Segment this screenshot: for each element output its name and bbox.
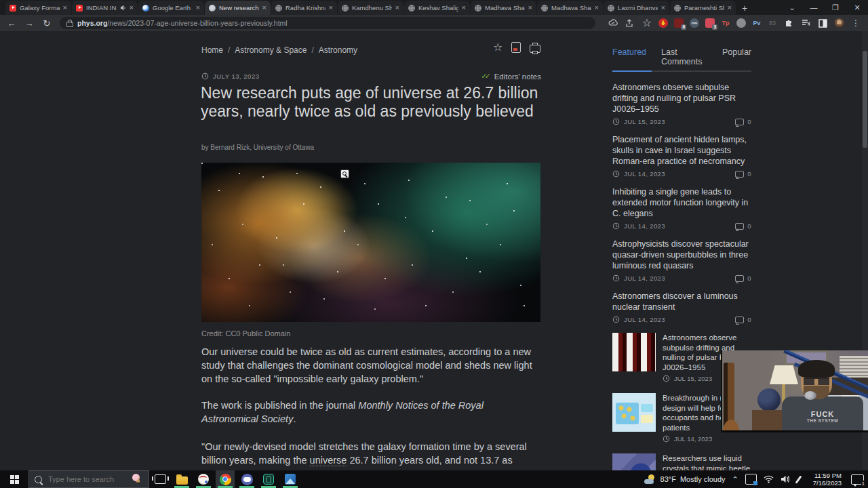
item-title[interactable]: Astronomers observe subpulse drifting an… bbox=[612, 82, 751, 115]
tab-close-icon[interactable]: × bbox=[196, 4, 200, 12]
profile-avatar[interactable] bbox=[834, 18, 844, 28]
extension-pv-icon[interactable]: Pv bbox=[752, 18, 762, 28]
tab-kamdhenu[interactable]: Kamdhenu Shal × bbox=[338, 1, 403, 15]
volume-icon[interactable] bbox=[781, 475, 789, 483]
audio-speaker-icon[interactable] bbox=[120, 5, 126, 11]
comment-count[interactable]: 0 bbox=[747, 274, 751, 282]
url-text[interactable]: phys.org/news/2023-07-age-universe-billi… bbox=[77, 19, 288, 27]
minimize-button[interactable]: — bbox=[803, 0, 825, 15]
item-title[interactable]: Astrophysicists discover spectacular qua… bbox=[612, 239, 751, 271]
tab-featured[interactable]: Featured bbox=[612, 47, 646, 66]
universe-link[interactable]: universe bbox=[310, 455, 347, 466]
icecream-search-highlight-icon[interactable] bbox=[132, 474, 144, 486]
address-bar[interactable]: phys.org/news/2023-07-age-universe-billi… bbox=[60, 17, 595, 29]
playlist-icon[interactable] bbox=[800, 18, 811, 28]
pulsar-thumbnail[interactable] bbox=[612, 333, 656, 371]
comment-count[interactable]: 0 bbox=[747, 222, 751, 230]
breadcrumb-section[interactable]: Astronomy & Space bbox=[235, 45, 307, 55]
extension-gray-circle-icon[interactable] bbox=[736, 18, 746, 28]
tab-close-icon[interactable]: × bbox=[63, 4, 67, 12]
discord-button[interactable] bbox=[237, 470, 256, 488]
new-tab-button[interactable]: + bbox=[736, 1, 753, 15]
comment-count[interactable]: 0 bbox=[747, 170, 751, 178]
materials-thumbnail[interactable] bbox=[612, 393, 656, 432]
back-button[interactable]: ← bbox=[4, 16, 19, 30]
list-item[interactable]: Placement of ancient hidden lamps, skull… bbox=[612, 134, 751, 178]
extension-mask-icon[interactable]: ᴖᴖ bbox=[690, 18, 699, 28]
extension-tp-icon[interactable]: Tp bbox=[721, 18, 730, 28]
start-button[interactable] bbox=[0, 470, 28, 488]
tab-indian-ins[interactable]: INDIAN INS × bbox=[72, 1, 138, 15]
menu-kebab-icon[interactable]: ⋮ bbox=[850, 18, 861, 28]
bookmark-star-icon[interactable]: ☆ bbox=[642, 18, 652, 28]
scrollbar-thumb[interactable] bbox=[863, 51, 867, 148]
tab-galaxy-formation[interactable]: Galaxy Formatio × bbox=[5, 1, 71, 15]
tab-radha-krishna[interactable]: Radha Krishna S × bbox=[271, 1, 337, 15]
tab-madhava-2[interactable]: Madhava Shalig × bbox=[537, 1, 603, 15]
tab-search-button[interactable]: ⌄ bbox=[781, 0, 803, 15]
weather-widget[interactable]: 83°F Mostly cloudy bbox=[644, 474, 726, 484]
item-title[interactable]: Inhibiting a single gene leads to extend… bbox=[612, 186, 751, 219]
cloud-icon[interactable] bbox=[608, 18, 618, 28]
tab-close-icon[interactable]: × bbox=[462, 4, 466, 12]
tray-expand-chevron[interactable]: ⌃ bbox=[732, 475, 738, 484]
list-item[interactable]: Astronomers discover a luminous nuclear … bbox=[612, 291, 751, 323]
dark-mode-square-icon[interactable] bbox=[817, 18, 828, 28]
list-item[interactable]: Researchers use liquid crystals that mim… bbox=[612, 453, 751, 470]
save-star-icon[interactable]: ☆ bbox=[493, 42, 502, 53]
extension-tab-counter[interactable]: 83 bbox=[768, 18, 777, 28]
list-item[interactable]: Astronomers observe subpulse drifting an… bbox=[612, 82, 751, 125]
extension-pink-icon[interactable]: 3 bbox=[705, 18, 715, 28]
teal-app-button[interactable] bbox=[259, 470, 278, 488]
tab-close-icon[interactable]: × bbox=[528, 4, 532, 12]
file-explorer-button[interactable] bbox=[172, 470, 191, 488]
taskbar-search-box[interactable] bbox=[28, 470, 149, 488]
item-title[interactable]: Researchers use liquid crystals that mim… bbox=[663, 453, 751, 470]
forward-button[interactable]: → bbox=[22, 16, 37, 30]
tab-last-comments[interactable]: Last Comments bbox=[661, 47, 707, 66]
extension-hand-icon[interactable]: ✋ bbox=[658, 18, 668, 28]
beetle-thumbnail[interactable] bbox=[612, 453, 656, 470]
editors-notes[interactable]: ✓✓ Editors' notes bbox=[481, 72, 541, 81]
red-white-app-button[interactable] bbox=[194, 470, 213, 488]
comment-count[interactable]: 0 bbox=[747, 118, 751, 125]
list-item[interactable]: Inhibiting a single gene leads to extend… bbox=[612, 186, 751, 230]
comment-count[interactable]: 0 bbox=[747, 316, 751, 323]
breadcrumb-topic[interactable]: Astronomy bbox=[319, 45, 357, 55]
photos-button[interactable] bbox=[281, 470, 300, 488]
tab-close-icon[interactable]: × bbox=[130, 4, 134, 12]
pdf-icon[interactable] bbox=[511, 42, 521, 53]
tab-close-icon[interactable]: × bbox=[395, 4, 399, 12]
breadcrumb-home[interactable]: Home bbox=[201, 45, 223, 55]
share-icon[interactable] bbox=[625, 18, 635, 28]
tab-close-icon[interactable]: × bbox=[262, 4, 267, 12]
lock-icon[interactable] bbox=[66, 22, 73, 27]
tab-madhava-1[interactable]: Madhava Shalig × bbox=[471, 1, 536, 15]
close-window-button[interactable]: ✕ bbox=[846, 0, 868, 15]
pen-icon[interactable] bbox=[796, 474, 806, 484]
chrome-button[interactable] bbox=[216, 470, 235, 488]
tab-close-icon[interactable]: × bbox=[595, 4, 599, 12]
action-center-icon[interactable]: 1 bbox=[851, 474, 864, 485]
tab-new-research-active[interactable]: New research p × bbox=[205, 1, 271, 15]
article-hero-image[interactable] bbox=[201, 163, 540, 322]
tab-close-icon[interactable]: × bbox=[728, 4, 732, 12]
tab-google-earth[interactable]: Google Earth × bbox=[138, 1, 204, 15]
extensions-puzzle-icon[interactable] bbox=[783, 18, 794, 28]
search-input[interactable] bbox=[47, 474, 124, 484]
tab-laxmi[interactable]: Laxmi Dhanvant × bbox=[604, 1, 669, 15]
task-view-button[interactable] bbox=[151, 470, 170, 488]
reload-button[interactable]: ↻ bbox=[39, 16, 54, 30]
tab-close-icon[interactable]: × bbox=[661, 4, 665, 12]
wifi-icon[interactable] bbox=[764, 475, 774, 483]
restore-button[interactable]: ❐ bbox=[825, 0, 846, 15]
print-icon[interactable] bbox=[530, 45, 540, 53]
tab-parameshti[interactable]: Parameshti Shal × bbox=[670, 1, 736, 15]
extension-ublock-icon[interactable]: 6 bbox=[674, 18, 684, 28]
item-title[interactable]: Astronomers discover a luminous nuclear … bbox=[612, 291, 751, 312]
tab-close-icon[interactable]: × bbox=[329, 4, 333, 12]
item-title[interactable]: Placement of ancient hidden lamps, skull… bbox=[612, 134, 751, 167]
tablet-mode-icon[interactable] bbox=[745, 474, 757, 485]
tab-popular[interactable]: Popular bbox=[722, 47, 751, 66]
tray-clock[interactable]: 11:59 PM 7/16/2023 bbox=[813, 472, 842, 487]
